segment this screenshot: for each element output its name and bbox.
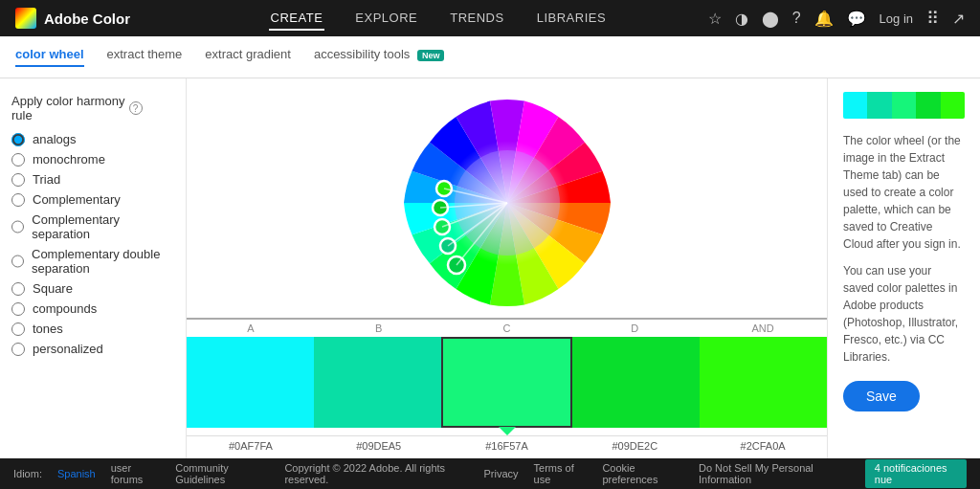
radio-complementary-input[interactable] <box>11 193 25 207</box>
brand-name: Adobe Color <box>44 11 130 27</box>
radio-comp-double-sep-input[interactable] <box>11 255 24 268</box>
harmony-help-icon[interactable]: ? <box>129 101 143 115</box>
radio-analogs[interactable]: analogs <box>11 132 174 146</box>
tab-color-wheel[interactable]: color wheel <box>15 47 84 67</box>
radio-tones-input[interactable] <box>11 322 25 336</box>
nav-create[interactable]: CREATE <box>269 7 325 31</box>
harmony-label: Apply color harmony rule ? <box>11 94 174 122</box>
swatch-block-b[interactable] <box>314 337 441 428</box>
sidebar: Apply color harmony rule ? analogs monoc… <box>0 78 187 458</box>
swatch-hex-row: #0AF7FA #09DEA5 #16F57A #09DE2C #2CFA0A <box>187 435 827 452</box>
radio-personalized[interactable]: personalized <box>11 342 174 356</box>
footer-privacy[interactable]: Privacy <box>483 468 518 479</box>
right-panel-desc1: The color wheel (or the image in the Ext… <box>843 132 965 253</box>
radio-triad-label: Triad <box>33 172 60 187</box>
palette-swatch-1 <box>843 92 867 119</box>
color-wheel-svg <box>402 98 612 308</box>
radio-compounds-input[interactable] <box>11 302 25 316</box>
sidebar-title: Apply color harmony rule <box>11 94 125 122</box>
radio-comp-sep-label: Complementary separation <box>32 212 174 241</box>
swatch-block-c[interactable] <box>441 337 572 428</box>
star-icon[interactable]: ☆ <box>708 10 722 28</box>
footer-language-link[interactable]: Spanish <box>57 468 96 479</box>
radio-square[interactable]: Square <box>11 281 174 296</box>
radio-complementary-label: Complementary <box>33 192 121 207</box>
bell-icon[interactable]: 🔔 <box>814 10 834 28</box>
radio-monochrome[interactable]: monochrome <box>11 152 174 167</box>
footer-notification[interactable]: 4 notificaciones nue <box>865 459 967 488</box>
color-circle-icon[interactable]: ⬤ <box>762 10 779 28</box>
radio-tones[interactable]: tones <box>11 322 174 336</box>
tab-extract-theme[interactable]: extract theme <box>107 47 183 67</box>
radio-triad[interactable]: Triad <box>11 172 174 187</box>
swatch-letter-and: AND <box>699 320 827 337</box>
palette-swatch-2 <box>867 92 891 119</box>
swatch-letters-row: A B C D AND <box>187 318 827 337</box>
footer-cookies[interactable]: Cookie preferences <box>602 462 683 485</box>
nav-trends[interactable]: TRENDS <box>448 7 505 31</box>
swatch-block-a[interactable] <box>187 337 314 428</box>
nav-right: ☆ ◑ ⬤ ? 🔔 💬 Log in ⠿ ↗ <box>708 8 965 29</box>
color-wheel[interactable] <box>402 98 612 308</box>
swatch-hex-a[interactable]: #0AF7FA <box>187 440 315 452</box>
swatch-hex-b[interactable]: #09DEA5 <box>315 440 443 452</box>
footer: Idiom: Spanish user forums Community Gui… <box>0 458 980 489</box>
chat-icon[interactable]: 💬 <box>847 10 866 28</box>
help-icon[interactable]: ? <box>792 10 801 27</box>
swatch-colors-row <box>187 337 827 428</box>
radio-comp-sep-input[interactable] <box>11 220 24 233</box>
radio-personalized-input[interactable] <box>11 343 25 356</box>
radio-triad-input[interactable] <box>11 173 25 187</box>
active-swatch-indicator <box>499 427 516 435</box>
swatch-block-d[interactable] <box>572 337 700 428</box>
palette-preview <box>843 92 965 119</box>
swatch-hex-c[interactable]: #16F57A <box>443 440 571 452</box>
tabs-bar: color wheel extract theme extract gradie… <box>0 36 980 78</box>
save-button[interactable]: Save <box>843 381 920 411</box>
adobe-icon <box>15 8 36 29</box>
footer-copyright: Copyright © 2022 Adobe. All rights reser… <box>284 462 468 485</box>
footer-community-guidelines[interactable]: Community Guidelines <box>175 462 269 485</box>
radio-monochrome-input[interactable] <box>11 153 25 167</box>
top-nav: Adobe Color CREATE EXPLORE TRENDS LIBRAR… <box>0 0 980 36</box>
radio-square-label: Square <box>33 281 73 296</box>
footer-do-not-sell[interactable]: Do Not Sell My Personal Information <box>699 462 850 485</box>
login-link[interactable]: Log in <box>880 11 913 26</box>
footer-terms[interactable]: Terms of use <box>534 462 588 485</box>
radio-square-input[interactable] <box>11 282 25 296</box>
radio-compounds-label: compounds <box>33 301 97 316</box>
swatch-hex-d[interactable]: #09DE2C <box>570 440 699 452</box>
tabs-and-main: color wheel extract theme extract gradie… <box>0 36 980 458</box>
radio-comp-sep[interactable]: Complementary separation <box>11 212 174 241</box>
radio-comp-double-sep[interactable]: Complementary double separation <box>11 247 174 276</box>
palette-swatch-5 <box>941 92 965 119</box>
new-badge: New <box>417 50 445 61</box>
radio-complementary[interactable]: Complementary <box>11 192 174 207</box>
radio-analogs-input[interactable] <box>11 133 25 146</box>
swatch-block-and[interactable] <box>700 337 827 428</box>
nav-libraries[interactable]: LIBRARIES <box>535 7 608 31</box>
swatch-letter-c: C <box>443 320 571 337</box>
sidebar-and-main: Apply color harmony rule ? analogs monoc… <box>0 78 980 458</box>
footer-user-forums[interactable]: user forums <box>111 462 161 485</box>
main-nav: CREATE EXPLORE TRENDS LIBRARIES <box>168 7 708 31</box>
palette-swatch-4 <box>916 92 940 119</box>
tab-accessibility-tools[interactable]: accessibility tools New <box>314 47 445 67</box>
tab-extract-gradient[interactable]: extract gradient <box>205 47 291 67</box>
swatch-letter-a: A <box>187 320 315 337</box>
swatch-letter-b: B <box>315 320 443 337</box>
external-link-icon[interactable]: ↗ <box>952 10 965 28</box>
radio-tones-label: tones <box>33 322 63 336</box>
radio-compounds[interactable]: compounds <box>11 301 174 316</box>
swatches-section: A B C D AND <box>187 318 827 452</box>
moon-icon[interactable]: ◑ <box>735 10 748 28</box>
radio-personalized-label: personalized <box>33 342 103 356</box>
apps-grid-icon[interactable]: ⠿ <box>926 8 939 29</box>
nav-explore[interactable]: EXPLORE <box>353 7 419 31</box>
brand-logo[interactable]: Adobe Color <box>15 8 130 29</box>
swatch-hex-and[interactable]: #2CFA0A <box>699 440 827 452</box>
radio-comp-double-sep-label: Complementary double separation <box>32 247 174 276</box>
radio-monochrome-label: monochrome <box>33 152 105 167</box>
footer-idiom-label: Idiom: <box>13 468 42 479</box>
palette-swatch-3 <box>892 92 916 119</box>
